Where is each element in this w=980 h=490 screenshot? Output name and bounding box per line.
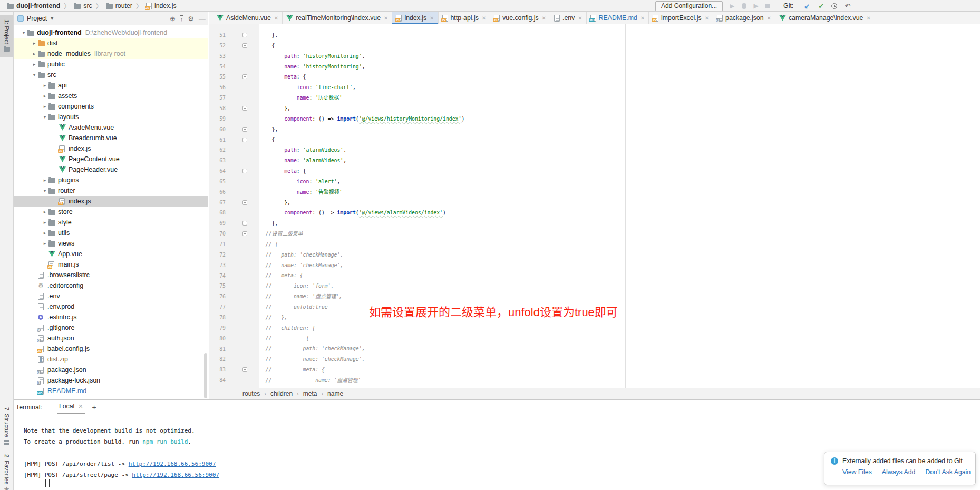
tree-item[interactable]: ▾router [14, 185, 208, 196]
add-configuration-button[interactable]: Add Configuration... [655, 1, 723, 11]
tree-item[interactable]: Zdist.zip [14, 354, 208, 365]
close-icon[interactable]: ✕ [482, 15, 486, 21]
code-line[interactable]: name: '告警视频' [259, 187, 464, 198]
fold-marker-icon[interactable] [242, 169, 247, 173]
code-line[interactable]: { [259, 134, 464, 145]
run-icon[interactable]: ▶ [729, 3, 736, 9]
code-line[interactable]: // meta: { [259, 365, 464, 375]
close-icon[interactable]: ✕ [542, 15, 546, 21]
code-line[interactable]: // path: 'checkManage', [259, 344, 464, 354]
tree-item[interactable]: ▸dist [14, 38, 208, 48]
tree-item[interactable]: ▸public [14, 59, 208, 70]
tree-item[interactable]: PageContent.vue [14, 154, 208, 164]
editor-tab[interactable]: JSvue.config.js✕ [490, 12, 550, 24]
tree-item[interactable]: ▸utils [14, 228, 208, 238]
fold-marker-icon[interactable] [242, 127, 247, 132]
fold-marker-icon[interactable] [242, 221, 247, 226]
terminal-link[interactable]: http://192.168.66.56:9007 [129, 460, 216, 467]
code-line[interactable]: // children: [ [259, 323, 464, 334]
tree-item[interactable]: ▾duoji-frontendD:\zheheWeb\duoji-fronten… [14, 27, 208, 38]
breadcrumb-item[interactable]: src [83, 2, 92, 9]
tree-item[interactable]: .eslintrc.js [14, 312, 208, 322]
editor-breadcrumb-item[interactable]: children [270, 390, 293, 397]
tree-item[interactable]: ▸store [14, 207, 208, 217]
tree-item[interactable]: ▸views [14, 238, 208, 249]
code-line[interactable]: }, [259, 30, 464, 41]
fold-marker-icon[interactable] [242, 231, 247, 236]
code-line[interactable]: name: 'alarmVideos', [259, 155, 464, 166]
tree-item[interactable]: Breadcrumb.vue [14, 133, 208, 143]
code-line[interactable]: { [259, 41, 464, 51]
code-line[interactable]: // name: 'checkManage', [259, 260, 464, 271]
stop-icon[interactable] [765, 4, 770, 8]
tree-item[interactable]: ▸node_moduleslibrary root [14, 48, 208, 59]
tree-item[interactable]: ▸style [14, 217, 208, 228]
editor-tab[interactable]: JShttp-api.js✕ [439, 12, 491, 24]
tree-item[interactable]: {}package.json [14, 365, 208, 375]
code-line[interactable]: // { [259, 333, 464, 344]
new-terminal-icon[interactable]: + [92, 403, 96, 411]
git-commit-icon[interactable]: ✔ [817, 2, 825, 10]
git-rollback-icon[interactable]: ↶ [843, 2, 851, 10]
debug-icon[interactable] [742, 3, 746, 9]
code-line[interactable]: }, [259, 124, 464, 135]
tree-item[interactable]: JSindex.js [14, 143, 208, 154]
notification-action[interactable]: Always Add [882, 468, 916, 476]
close-icon[interactable]: ✕ [78, 403, 83, 410]
code-text[interactable]: }, { path: 'historyMonitoring', name: 'h… [259, 30, 464, 386]
tree-item[interactable]: App.vue [14, 249, 208, 259]
terminal-tab-local[interactable]: Local ✕ [57, 400, 85, 414]
hide-panel-icon[interactable]: — [199, 15, 206, 23]
editor-tab[interactable]: MDREADME.md✕ [587, 12, 649, 24]
breadcrumb-item[interactable]: router [115, 2, 132, 9]
fold-marker-icon[interactable] [242, 43, 247, 48]
code-line[interactable]: component: () => import('@/views/history… [259, 114, 464, 124]
editor-breadcrumb-item[interactable]: name [327, 390, 343, 397]
code-line[interactable]: component: () => import('@/views/alarmVi… [259, 208, 464, 218]
editor-tab[interactable]: AsideMenu.vue✕ [213, 12, 283, 24]
code-line[interactable]: icon: 'line-chart', [259, 82, 464, 93]
project-panel-title[interactable]: Project [27, 15, 47, 22]
tree-item[interactable]: .browserslistrc [14, 270, 208, 280]
close-icon[interactable]: ✕ [384, 15, 388, 21]
git-update-icon[interactable]: ↙ [803, 2, 811, 10]
tree-item[interactable]: .env [14, 291, 208, 301]
fold-marker-icon[interactable] [242, 106, 247, 111]
gear-icon[interactable]: ⚙ [188, 15, 194, 23]
close-icon[interactable]: ✕ [578, 15, 582, 21]
stripe-button-favorites[interactable]: 2: Favorites ★ [0, 454, 13, 490]
breadcrumb-item[interactable]: index.js [154, 2, 177, 9]
code-line[interactable]: icon: 'alert', [259, 177, 464, 187]
coverage-icon[interactable]: ▶ [752, 2, 760, 9]
breadcrumb-item[interactable]: duoji-frontend [16, 2, 60, 9]
code-line[interactable]: }, [259, 198, 464, 208]
tree-item[interactable]: AsideMenu.vue [14, 122, 208, 133]
terminal-title[interactable]: Terminal: [16, 404, 42, 411]
editor-breadcrumb-item[interactable]: routes [242, 390, 260, 397]
stripe-button-structure[interactable]: 7: Structure [0, 407, 13, 448]
terminal-link[interactable]: http://192.168.66.56:9007 [132, 472, 219, 478]
fold-marker-icon[interactable] [242, 200, 247, 205]
code-line[interactable]: // name: 'checkManage', [259, 354, 464, 365]
tree-item[interactable]: ⊘.gitignore [14, 322, 208, 333]
collapse-all-icon[interactable]: ↑ [180, 15, 183, 22]
tree-item[interactable]: JSmain.js [14, 259, 208, 270]
tree-item[interactable]: ▾layouts [14, 112, 208, 122]
tree-item[interactable]: JSindex.js [14, 196, 208, 207]
notification-action[interactable]: Don't Ask Again [925, 468, 971, 476]
close-icon[interactable]: ✕ [430, 15, 434, 21]
code-line[interactable]: meta: { [259, 166, 464, 177]
code-line[interactable]: }, [259, 103, 464, 114]
code-line[interactable]: // name: '盘点管理' [259, 375, 464, 386]
code-line[interactable]: // path: 'checkManage', [259, 250, 464, 260]
tree-item[interactable]: ▸components [14, 101, 208, 112]
code-line[interactable]: meta: { [259, 72, 464, 82]
close-icon[interactable]: ✕ [866, 15, 870, 21]
tree-item[interactable]: ⚙.editorconfig [14, 280, 208, 291]
editor-tab[interactable]: JSimportExcel.js✕ [649, 12, 713, 24]
stripe-button-project[interactable]: 1: Project [0, 15, 13, 57]
close-icon[interactable]: ✕ [274, 15, 278, 21]
tree-item[interactable]: MDREADME.md [14, 386, 208, 396]
git-history-icon[interactable] [831, 3, 837, 9]
tree-scrollbar[interactable] [204, 353, 207, 398]
